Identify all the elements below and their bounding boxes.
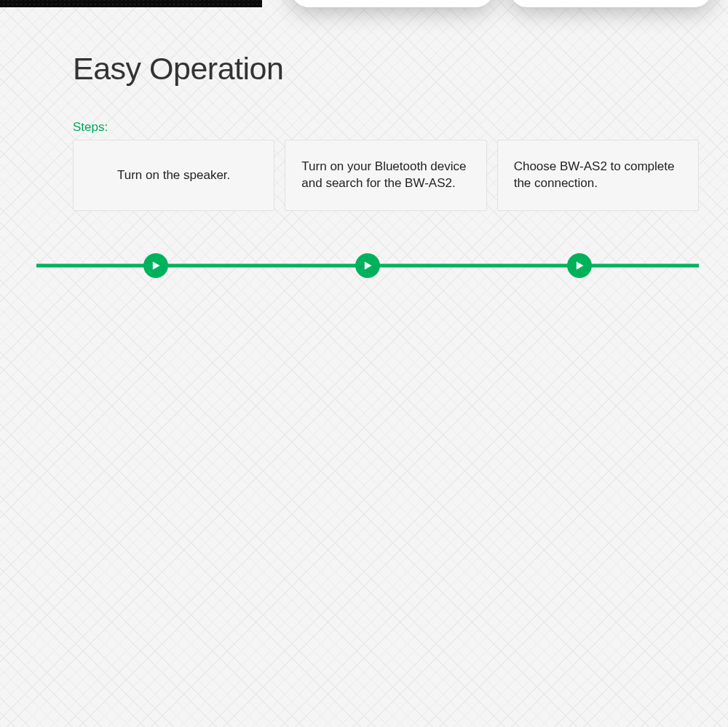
speaker-device: M xyxy=(0,0,262,7)
steps-row: Turn on the speaker. Turn on your Blueto… xyxy=(73,140,699,211)
step-card-3: Choose BW-AS2 to complete the connection… xyxy=(497,140,699,211)
speaker-grille xyxy=(0,0,262,7)
page-title: Easy Operation xyxy=(73,51,283,87)
step-text: Turn on the speaker. xyxy=(117,167,230,184)
phone-mockup-1: 0K/s 5:43 PM Bluetooth AVAILABLE DEVICES… xyxy=(291,0,494,7)
play-icon xyxy=(567,253,592,278)
step-card-1: Turn on the speaker. xyxy=(73,140,274,211)
phone-mockup-2: 0K/s 5:37 PM Bluetooth Turn on Bluetooth… xyxy=(510,0,712,7)
step-text: Turn on your Bluetooth device and search… xyxy=(301,159,470,192)
play-icon xyxy=(355,253,380,278)
steps-label: Steps: xyxy=(73,120,108,135)
timeline xyxy=(36,251,699,280)
step-card-2: Turn on your Bluetooth device and search… xyxy=(285,140,486,211)
play-icon xyxy=(143,253,168,278)
step-text: Choose BW-AS2 to complete the connection… xyxy=(514,159,682,192)
